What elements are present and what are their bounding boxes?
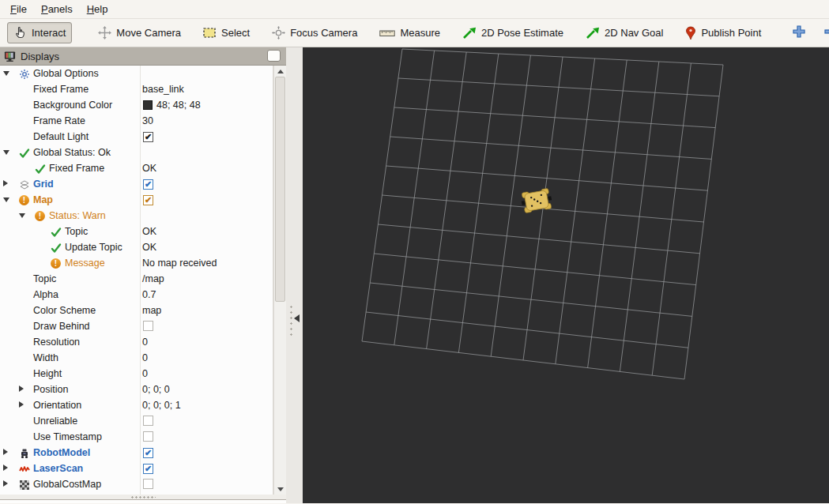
- tool-publish-point[interactable]: Publish Point: [680, 23, 767, 43]
- property-value: 0: [142, 350, 272, 366]
- splitter-grip-dots: [130, 496, 156, 498]
- scroll-down-button[interactable]: [274, 483, 287, 495]
- checkbox-checked[interactable]: ✔: [143, 179, 153, 190]
- tree-row-default-light[interactable]: Default Light✔: [0, 129, 273, 145]
- tree-row-color-scheme[interactable]: Color Schememap: [0, 303, 273, 318]
- expander-closed-icon[interactable]: [3, 480, 8, 487]
- tree-row-grid[interactable]: Grid✔: [0, 176, 273, 192]
- property-label: Map: [33, 192, 53, 208]
- color-swatch[interactable]: [143, 100, 153, 110]
- tree-row-resolution[interactable]: Resolution0: [0, 334, 273, 350]
- panel-splitter[interactable]: [286, 47, 303, 503]
- vertical-scrollbar[interactable]: [273, 66, 286, 495]
- menu-file[interactable]: File: [3, 1, 34, 17]
- tool-move-camera[interactable]: Move Camera: [92, 23, 187, 43]
- hand-icon: [13, 26, 27, 39]
- tree-row-map[interactable]: !Map✔: [0, 192, 273, 208]
- tool-2d-pose-estimate[interactable]: 2D Pose Estimate: [457, 24, 569, 43]
- menu-help[interactable]: Help: [80, 1, 115, 17]
- tree-row-use-timestamp[interactable]: Use Timestamp: [0, 429, 273, 445]
- property-value: [142, 476, 272, 494]
- value-text: 0: [142, 368, 148, 379]
- value-text: base_link: [142, 84, 184, 95]
- checkbox-checked[interactable]: ✔: [143, 195, 153, 205]
- value-text: No map received: [142, 258, 217, 269]
- tree-row-background-color[interactable]: Background Color48; 48; 48: [0, 97, 273, 113]
- checkbox-checked[interactable]: ✔: [143, 132, 153, 142]
- expander-open-icon[interactable]: [3, 150, 9, 155]
- property-label: RobotModel: [33, 445, 90, 461]
- value-text: 30: [142, 115, 153, 126]
- expander-open-icon[interactable]: [19, 213, 25, 218]
- tree-row-unreliable[interactable]: Unreliable: [0, 413, 273, 429]
- toolbar: InteractMove CameraSelectFocus CameraMea…: [0, 19, 829, 47]
- tree-row-fixed-frame[interactable]: Fixed Framebase_link: [0, 81, 273, 97]
- panel-float-button[interactable]: [267, 50, 281, 62]
- tree-row-width[interactable]: Width0: [0, 350, 273, 366]
- tree-row-global-status-ok[interactable]: Global Status: Ok: [0, 145, 273, 160]
- scrollbar-thumb[interactable]: [275, 77, 285, 302]
- property-label: Alpha: [33, 287, 58, 303]
- tree-row-fixed-frame[interactable]: Fixed FrameOK: [0, 160, 273, 176]
- tool-select[interactable]: Select: [198, 24, 255, 42]
- tree-row-globalcostmap[interactable]: GlobalCostMap: [0, 476, 273, 492]
- checkbox-checked[interactable]: ✔: [143, 448, 153, 458]
- property-label: Update Topic: [65, 239, 122, 255]
- value-text: map: [142, 305, 161, 316]
- property-value: [142, 318, 272, 336]
- checkbox-unchecked[interactable]: [143, 431, 153, 442]
- property-value: OK: [142, 239, 272, 255]
- expander-closed-icon[interactable]: [19, 386, 24, 392]
- tree-row-topic[interactable]: TopicOK: [0, 224, 273, 239]
- tool-focus-camera[interactable]: Focus Camera: [266, 23, 363, 43]
- property-value: ✔: [142, 129, 272, 145]
- expander-open-icon[interactable]: [3, 71, 9, 76]
- property-value: 0: [142, 334, 272, 350]
- property-label: Topic: [33, 271, 56, 287]
- expander-closed-icon[interactable]: [19, 401, 24, 408]
- tree-row-message[interactable]: !MessageNo map received: [0, 255, 273, 271]
- check-icon: [50, 242, 62, 254]
- pin-icon: [685, 26, 696, 40]
- tree-row-robotmodel[interactable]: RobotModel✔: [0, 445, 273, 461]
- scroll-up-button[interactable]: [274, 66, 287, 77]
- tool-2d-nav-goal[interactable]: 2D Nav Goal: [580, 24, 669, 43]
- add-tool-button[interactable]: [787, 22, 811, 44]
- checkbox-unchecked[interactable]: [143, 416, 153, 426]
- tree-row-topic[interactable]: Topic/map: [0, 271, 273, 287]
- value-text: OK: [142, 242, 156, 253]
- robot-icon: [18, 447, 30, 459]
- tree-row-height[interactable]: Height0: [0, 366, 273, 382]
- menu-panels[interactable]: Panels: [34, 1, 80, 17]
- property-value: No map received: [142, 255, 272, 271]
- tree-row-frame-rate[interactable]: Frame Rate30: [0, 113, 273, 129]
- expander-closed-icon[interactable]: [3, 449, 8, 455]
- tree-row-global-options[interactable]: Global Options: [0, 66, 273, 81]
- checkbox-checked[interactable]: ✔: [143, 464, 153, 474]
- expander-closed-icon[interactable]: [3, 465, 8, 471]
- 3d-viewport[interactable]: [303, 47, 829, 503]
- expander-open-icon[interactable]: [3, 197, 9, 202]
- tree-row-laserscan[interactable]: LaserScan✔: [0, 461, 273, 476]
- tool-interact[interactable]: Interact: [7, 22, 72, 43]
- collapse-panel-icon[interactable]: [294, 314, 300, 322]
- tool-label: Move Camera: [116, 27, 181, 39]
- value-text: 0; 0; 0; 1: [142, 400, 181, 411]
- tree-row-position[interactable]: Position0; 0; 0: [0, 382, 273, 397]
- focus-camera-icon: [272, 26, 285, 39]
- property-value: 0; 0; 0; 1: [142, 397, 272, 413]
- arrow-down-icon: [277, 487, 284, 491]
- tool-label: Publish Point: [701, 27, 761, 39]
- remove-tool-button[interactable]: [819, 22, 829, 44]
- tree-row-update-topic[interactable]: Update TopicOK: [0, 239, 273, 255]
- checkbox-unchecked[interactable]: [143, 479, 153, 489]
- tree-row-draw-behind[interactable]: Draw Behind: [0, 318, 273, 334]
- tool-measure[interactable]: Measure: [374, 24, 446, 42]
- expander-closed-icon[interactable]: [3, 180, 8, 186]
- splitter-dots: [290, 304, 292, 336]
- property-value: 0: [142, 366, 272, 382]
- tree-row-orientation[interactable]: Orientation0; 0; 0; 1: [0, 397, 273, 413]
- tree-row-status-warn[interactable]: !Status: Warn: [0, 208, 273, 224]
- checkbox-unchecked[interactable]: [143, 321, 153, 331]
- tree-row-alpha[interactable]: Alpha0.7: [0, 287, 273, 303]
